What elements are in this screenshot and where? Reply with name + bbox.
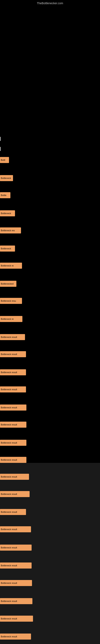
bottleneck-result-16: Bottleneck result [0,440,26,446]
bottleneck-result-24: Bottleneck result [0,580,32,586]
bottleneck-result-18: Bottleneck result [0,474,29,480]
bottleneck-result-6: Bottleneck re [0,263,22,269]
cursor-line-1 [0,147,0,151]
bottleneck-result-5: Bottleneck [0,246,15,252]
bottleneck-result-2: Bottle [0,192,10,198]
bottleneck-result-10: Bottleneck result [0,334,25,340]
bottleneck-result-1: Bottleneck [0,175,13,181]
bottleneck-result-20: Bottleneck result [0,509,26,515]
bottleneck-result-3: Bottleneck [0,210,15,216]
site-title: TheBottlenecker.com [37,2,63,5]
bottleneck-result-25: Bottleneck result [0,598,32,604]
bottleneck-result-12: Bottleneck result [0,369,26,375]
bottleneck-result-26: Bottleneck result [0,616,33,622]
bottleneck-result-15: Bottleneck result [0,422,26,428]
bottleneck-result-9: Bottleneck re [0,316,22,322]
bottleneck-result-22: Bottleneck result [0,544,32,550]
bottleneck-result-0: Bottl [0,157,9,163]
bottleneck-result-8: Bottleneck resu [0,298,22,304]
bottleneck-result-14: Bottleneck result [0,404,26,410]
bottleneck-result-17: Bottleneck result [0,457,26,463]
bottleneck-result-11: Bottleneck result [0,351,26,357]
bottleneck-result-13: Bottleneck result [0,386,26,392]
cursor-line-0 [0,137,0,141]
bottleneck-result-7: Bottlenecked [0,281,16,287]
bottleneck-result-19: Bottleneck result [0,491,30,497]
bottleneck-result-27: Bottleneck result [0,634,31,640]
bottleneck-result-4: Bottleneck res [0,228,21,234]
bottleneck-result-23: Bottleneck result [0,562,32,568]
bottleneck-result-21: Bottleneck result [0,526,31,532]
